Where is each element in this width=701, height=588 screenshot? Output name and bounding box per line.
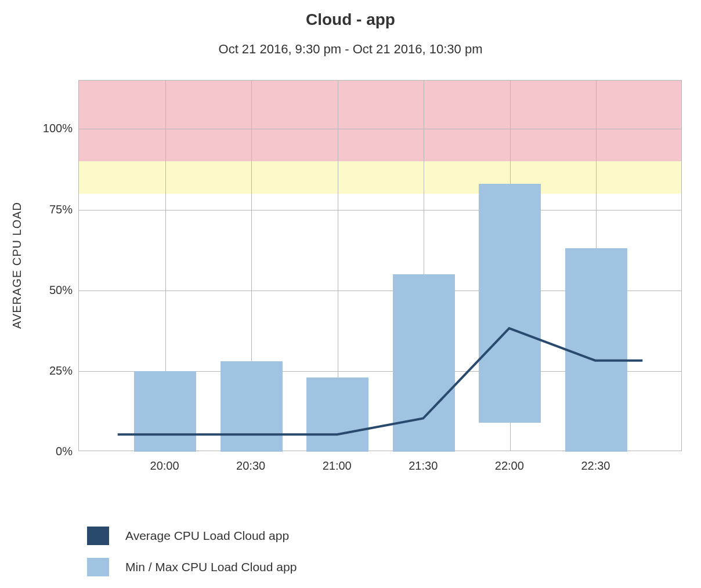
legend-swatch-avg [87,527,109,545]
plot-area [78,80,682,451]
avg-line-layer [79,81,681,451]
chart-row: AVERAGE CPU LOAD 0%25%50%75%100% [0,80,701,451]
y-tick-label: 50% [49,283,73,296]
chart-title: Cloud - app [0,10,701,29]
avg-line [118,328,643,434]
x-tick-label: 22:30 [581,459,610,473]
legend-swatch-range [87,558,109,576]
y-tick-label: 0% [56,445,73,458]
chart-subtitle: Oct 21 2016, 9:30 pm - Oct 21 2016, 10:3… [0,42,701,57]
legend-item-range: Min / Max CPU Load Cloud app [87,558,701,576]
x-tick-label: 20:00 [150,459,179,473]
legend-label-range: Min / Max CPU Load Cloud app [125,560,297,574]
y-tick-label: 75% [49,202,73,216]
legend: Average CPU Load Cloud app Min / Max CPU… [87,527,701,576]
y-tick-label: 100% [43,122,73,135]
x-axis-ticks: 20:0020:3021:0021:3022:0022:30 [78,451,682,474]
legend-item-avg: Average CPU Load Cloud app [87,527,701,545]
chart-container: Cloud - app Oct 21 2016, 9:30 pm - Oct 2… [0,0,701,588]
y-tick-label: 25% [49,364,73,377]
y-axis-label: AVERAGE CPU LOAD [10,202,24,329]
x-tick-label: 20:30 [236,459,265,473]
y-axis-ticks: 0%25%50%75%100% [28,80,78,451]
x-tick-label: 21:30 [409,459,438,473]
x-tick-label: 22:00 [495,459,524,473]
x-tick-label: 21:00 [323,459,352,473]
legend-label-avg: Average CPU Load Cloud app [125,529,289,543]
